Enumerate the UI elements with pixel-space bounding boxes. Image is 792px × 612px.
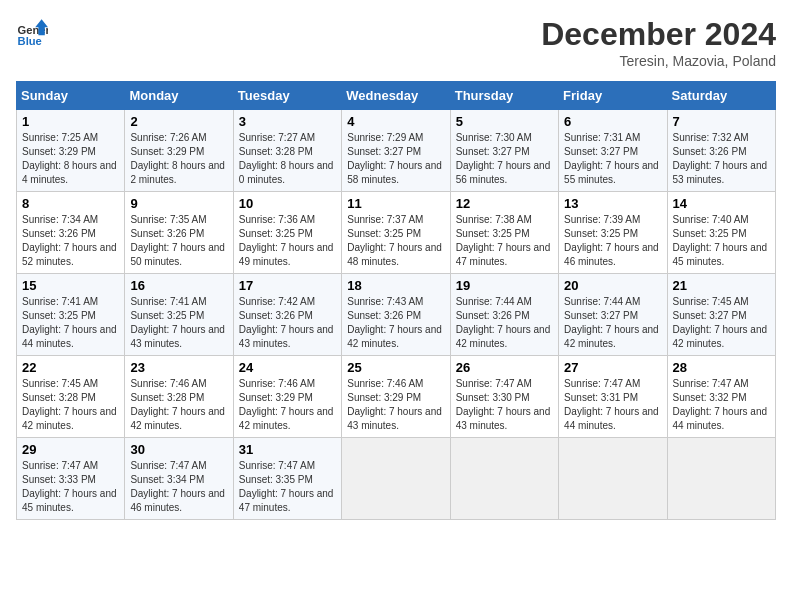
title-area: December 2024 Teresin, Mazovia, Poland bbox=[541, 16, 776, 69]
table-row: 5Sunrise: 7:30 AMSunset: 3:27 PMDaylight… bbox=[450, 110, 558, 192]
table-row: 10Sunrise: 7:36 AMSunset: 3:25 PMDayligh… bbox=[233, 192, 341, 274]
table-row: 11Sunrise: 7:37 AMSunset: 3:25 PMDayligh… bbox=[342, 192, 450, 274]
table-row bbox=[342, 438, 450, 520]
table-row: 31Sunrise: 7:47 AMSunset: 3:35 PMDayligh… bbox=[233, 438, 341, 520]
table-row: 3Sunrise: 7:27 AMSunset: 3:28 PMDaylight… bbox=[233, 110, 341, 192]
table-row: 1Sunrise: 7:25 AMSunset: 3:29 PMDaylight… bbox=[17, 110, 125, 192]
table-row bbox=[667, 438, 775, 520]
table-row: 12Sunrise: 7:38 AMSunset: 3:25 PMDayligh… bbox=[450, 192, 558, 274]
table-row: 4Sunrise: 7:29 AMSunset: 3:27 PMDaylight… bbox=[342, 110, 450, 192]
table-row: 17Sunrise: 7:42 AMSunset: 3:26 PMDayligh… bbox=[233, 274, 341, 356]
header: General Blue December 2024 Teresin, Mazo… bbox=[16, 16, 776, 69]
month-title: December 2024 bbox=[541, 16, 776, 53]
calendar-table: Sunday Monday Tuesday Wednesday Thursday… bbox=[16, 81, 776, 520]
col-tuesday: Tuesday bbox=[233, 82, 341, 110]
table-row: 22Sunrise: 7:45 AMSunset: 3:28 PMDayligh… bbox=[17, 356, 125, 438]
table-row: 29Sunrise: 7:47 AMSunset: 3:33 PMDayligh… bbox=[17, 438, 125, 520]
table-row: 18Sunrise: 7:43 AMSunset: 3:26 PMDayligh… bbox=[342, 274, 450, 356]
table-row: 6Sunrise: 7:31 AMSunset: 3:27 PMDaylight… bbox=[559, 110, 667, 192]
logo-icon: General Blue bbox=[16, 16, 48, 48]
col-sunday: Sunday bbox=[17, 82, 125, 110]
table-row: 30Sunrise: 7:47 AMSunset: 3:34 PMDayligh… bbox=[125, 438, 233, 520]
svg-text:Blue: Blue bbox=[18, 35, 42, 47]
table-row: 23Sunrise: 7:46 AMSunset: 3:28 PMDayligh… bbox=[125, 356, 233, 438]
table-row: 20Sunrise: 7:44 AMSunset: 3:27 PMDayligh… bbox=[559, 274, 667, 356]
table-row: 19Sunrise: 7:44 AMSunset: 3:26 PMDayligh… bbox=[450, 274, 558, 356]
table-row: 14Sunrise: 7:40 AMSunset: 3:25 PMDayligh… bbox=[667, 192, 775, 274]
table-row: 28Sunrise: 7:47 AMSunset: 3:32 PMDayligh… bbox=[667, 356, 775, 438]
table-row bbox=[450, 438, 558, 520]
table-row: 13Sunrise: 7:39 AMSunset: 3:25 PMDayligh… bbox=[559, 192, 667, 274]
col-friday: Friday bbox=[559, 82, 667, 110]
location-title: Teresin, Mazovia, Poland bbox=[541, 53, 776, 69]
col-thursday: Thursday bbox=[450, 82, 558, 110]
table-row: 7Sunrise: 7:32 AMSunset: 3:26 PMDaylight… bbox=[667, 110, 775, 192]
col-monday: Monday bbox=[125, 82, 233, 110]
header-row: Sunday Monday Tuesday Wednesday Thursday… bbox=[17, 82, 776, 110]
table-row: 21Sunrise: 7:45 AMSunset: 3:27 PMDayligh… bbox=[667, 274, 775, 356]
table-row: 16Sunrise: 7:41 AMSunset: 3:25 PMDayligh… bbox=[125, 274, 233, 356]
table-row: 25Sunrise: 7:46 AMSunset: 3:29 PMDayligh… bbox=[342, 356, 450, 438]
logo: General Blue bbox=[16, 16, 48, 48]
table-row: 15Sunrise: 7:41 AMSunset: 3:25 PMDayligh… bbox=[17, 274, 125, 356]
col-saturday: Saturday bbox=[667, 82, 775, 110]
table-row: 9Sunrise: 7:35 AMSunset: 3:26 PMDaylight… bbox=[125, 192, 233, 274]
table-row bbox=[559, 438, 667, 520]
table-row: 26Sunrise: 7:47 AMSunset: 3:30 PMDayligh… bbox=[450, 356, 558, 438]
col-wednesday: Wednesday bbox=[342, 82, 450, 110]
table-row: 27Sunrise: 7:47 AMSunset: 3:31 PMDayligh… bbox=[559, 356, 667, 438]
table-row: 2Sunrise: 7:26 AMSunset: 3:29 PMDaylight… bbox=[125, 110, 233, 192]
table-row: 8Sunrise: 7:34 AMSunset: 3:26 PMDaylight… bbox=[17, 192, 125, 274]
table-row: 24Sunrise: 7:46 AMSunset: 3:29 PMDayligh… bbox=[233, 356, 341, 438]
